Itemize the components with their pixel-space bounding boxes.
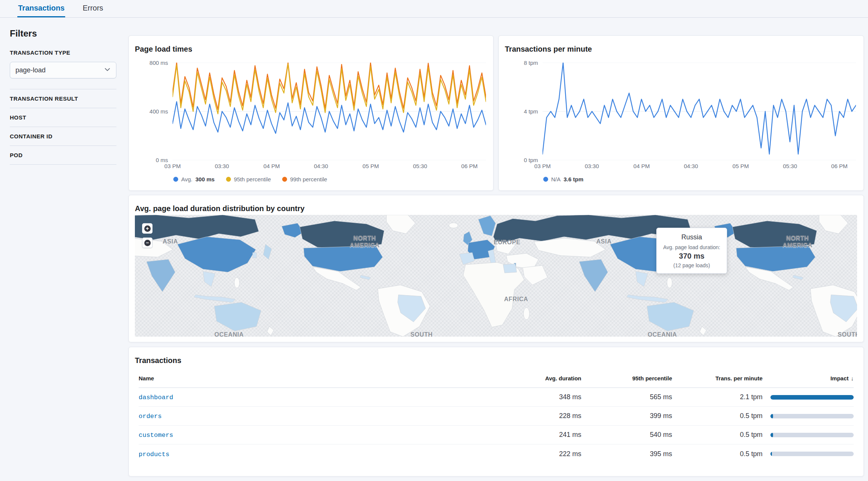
legend-dot-na-icon <box>543 177 548 182</box>
transactions-per-minute-title: Transactions per minute <box>505 45 592 54</box>
legend-value: 300 ms <box>196 176 215 182</box>
tab-errors[interactable]: Errors <box>82 0 104 17</box>
legend-dot-95th-icon <box>226 177 231 182</box>
x-tick-label: 05:30 <box>783 163 797 169</box>
impact-bar-fill <box>770 433 773 437</box>
transaction-name-link[interactable]: orders <box>139 413 162 420</box>
y-tick-label: 800 ms <box>133 60 168 66</box>
column-header-name[interactable]: Name <box>139 375 487 381</box>
page-load-chart-canvas[interactable] <box>173 63 486 160</box>
table-row: orders 228 ms 399 ms 0.5 tpm <box>139 407 854 426</box>
column-header-avg-duration[interactable]: Avg. duration <box>487 375 581 381</box>
x-tick-label: 06 PM <box>831 163 847 169</box>
avg-duration-cell: 222 ms <box>487 450 581 458</box>
table-row: customers 241 ms 540 ms 0.5 tpm <box>139 426 854 444</box>
transactions-table-panel: Transactions Name Avg. duration 95th per… <box>128 347 864 476</box>
page-load-times-panel: Page load times 800 ms 400 ms 0 ms 03 PM… <box>128 35 494 191</box>
filter-section-host[interactable]: HOST <box>10 108 116 127</box>
top-tab-bar: Transactions Errors <box>0 0 868 18</box>
transaction-type-select[interactable]: page-load <box>10 62 116 78</box>
column-header-95th-percentile[interactable]: 95th percentile <box>581 375 672 381</box>
table-row: products 222 ms 395 ms 0.5 tpm <box>139 444 854 463</box>
impact-bar-fill <box>770 395 854 400</box>
y-tick-label: 0 ms <box>133 157 168 163</box>
tpm-legend: N/A 3.6 tpm <box>543 176 584 182</box>
map-zoom-controls: + − <box>142 223 153 248</box>
legend-dot-99th-icon <box>282 177 287 182</box>
sort-desc-icon: ↓ <box>851 375 854 381</box>
filters-sidebar: Filters TRANSACTION TYPE page-load TRANS… <box>10 28 116 165</box>
x-tick-label: 03:30 <box>585 163 599 169</box>
legend-label: 99th percentile <box>290 176 327 182</box>
legend-item-na[interactable]: N/A 3.6 tpm <box>543 176 584 182</box>
legend-item-95th[interactable]: 95th percentile <box>226 176 271 182</box>
tpm-chart-canvas[interactable] <box>542 63 856 160</box>
legend-label: N/A <box>551 176 561 182</box>
legend-label: 95th percentile <box>234 176 271 182</box>
tooltip-note: (12 page loads) <box>660 262 724 268</box>
x-tick-label: 05:30 <box>413 163 427 169</box>
transaction-type-value: page-load <box>15 66 46 74</box>
world-map[interactable]: ASIA NORTH AMERICA EUROPE AFRICA ASIA NO… <box>135 215 857 337</box>
x-tick-label: 03:30 <box>215 163 229 169</box>
p95-cell: 540 ms <box>581 431 672 439</box>
y-tick-label: 400 ms <box>133 108 168 115</box>
chevron-down-icon <box>104 66 111 74</box>
transactions-per-minute-panel: Transactions per minute 8 tpm 4 tpm 0 tp… <box>498 35 864 191</box>
x-tick-label: 05 PM <box>732 163 749 169</box>
impact-bar-fill <box>770 452 772 456</box>
tooltip-value: 370 ms <box>660 252 724 260</box>
filter-section-container-id[interactable]: CONTAINER ID <box>10 127 116 146</box>
p95-cell: 395 ms <box>581 450 672 458</box>
tooltip-metric-label: Avg. page load duration: <box>660 244 724 250</box>
y-tick-label: 0 tpm <box>503 157 538 163</box>
transaction-name-link[interactable]: customers <box>139 432 173 439</box>
avg-duration-cell: 241 ms <box>487 431 581 439</box>
y-tick-label: 8 tpm <box>503 60 538 66</box>
column-header-tpm[interactable]: Trans. per minute <box>672 375 763 381</box>
impact-bar-track <box>770 433 854 437</box>
filters-title: Filters <box>10 28 116 39</box>
column-header-impact[interactable]: Impact↓ <box>763 375 854 381</box>
page-load-map-panel: Avg. page load duration distribution by … <box>128 195 864 342</box>
p95-cell: 399 ms <box>581 412 672 420</box>
impact-bar-track <box>770 414 854 418</box>
transactions-rows: dashboard 348 ms 565 ms 2.1 tpm orders 2… <box>139 388 854 463</box>
transaction-type-label: TRANSACTION TYPE <box>10 49 116 56</box>
impact-bar-track <box>770 395 854 400</box>
tpm-cell: 0.5 tpm <box>672 412 763 420</box>
tpm-cell: 2.1 tpm <box>672 393 763 401</box>
legend-item-99th[interactable]: 99th percentile <box>282 176 327 182</box>
x-tick-label: 03 PM <box>534 163 550 169</box>
impact-bar-track <box>770 452 854 456</box>
avg-duration-cell: 348 ms <box>487 393 581 401</box>
legend-dot-avg-icon <box>173 177 178 182</box>
tpm-cell: 0.5 tpm <box>672 431 763 439</box>
x-tick-label: 04 PM <box>263 163 280 169</box>
plus-icon: + <box>144 225 151 232</box>
legend-value: 3.6 tpm <box>564 176 584 182</box>
tab-transactions[interactable]: Transactions <box>17 0 65 17</box>
impact-bar-fill <box>770 414 773 418</box>
transactions-table-title: Transactions <box>135 356 181 365</box>
table-header-row: Name Avg. duration 95th percentile Trans… <box>139 370 854 388</box>
zoom-out-button[interactable]: − <box>142 237 153 248</box>
p95-cell: 565 ms <box>581 393 672 401</box>
table-row: dashboard 348 ms 565 ms 2.1 tpm <box>139 388 854 407</box>
filter-section-transaction-result[interactable]: TRANSACTION RESULT <box>10 89 116 108</box>
tpm-cell: 0.5 tpm <box>672 450 763 458</box>
filter-section-pod[interactable]: POD <box>10 146 116 164</box>
transaction-name-link[interactable]: dashboard <box>139 394 173 401</box>
zoom-in-button[interactable]: + <box>142 223 153 234</box>
x-tick-label: 06 PM <box>461 163 477 169</box>
tooltip-country: Russia <box>660 233 724 241</box>
x-tick-label: 04 PM <box>633 163 649 169</box>
y-tick-label: 4 tpm <box>503 108 538 115</box>
x-tick-label: 05 PM <box>362 163 379 169</box>
transactions-table: Name Avg. duration 95th percentile Trans… <box>139 370 854 463</box>
legend-item-avg[interactable]: Avg. 300 ms <box>173 176 215 182</box>
map-tooltip: Russia Avg. page load duration: 370 ms (… <box>656 228 727 274</box>
page-load-times-title: Page load times <box>135 45 192 54</box>
page-load-legend: Avg. 300 ms 95th percentile 99th percent… <box>173 176 327 182</box>
transaction-name-link[interactable]: products <box>139 451 170 458</box>
